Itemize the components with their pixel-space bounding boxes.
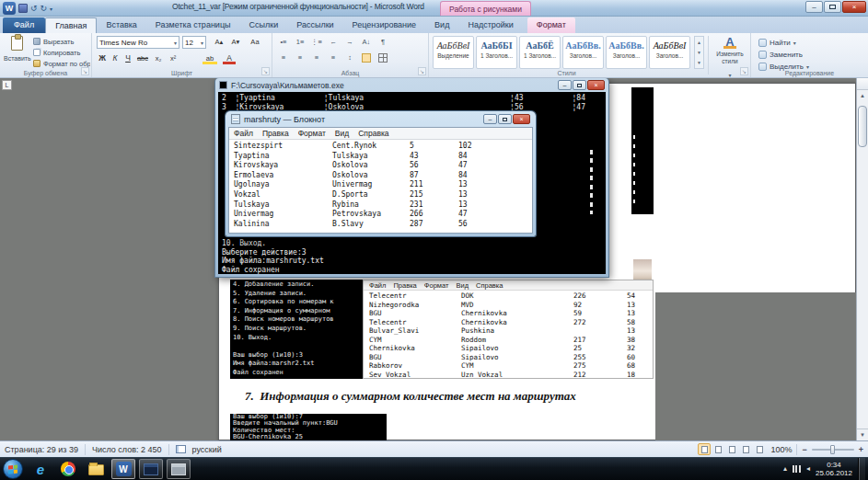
document-scrollbar[interactable]: ▲ ▼ xyxy=(856,78,868,440)
taskbar-clock[interactable]: 0:34 25.06.2012 xyxy=(816,461,852,477)
menu-item[interactable]: Файл xyxy=(229,129,258,138)
scroll-down-arrow[interactable]: ▼ xyxy=(857,429,868,440)
shading-button[interactable] xyxy=(359,51,374,63)
increase-indent-button[interactable]: → xyxy=(342,36,357,48)
ruler-toggle-button[interactable] xyxy=(857,78,868,90)
undo-icon[interactable]: ↺ xyxy=(30,2,38,15)
style-card[interactable]: АаБбВвІ Заголов... xyxy=(649,36,690,69)
proofing-icon[interactable] xyxy=(176,445,186,453)
cut-button[interactable]: Вырезать xyxy=(33,36,90,47)
menu-item[interactable]: Формат xyxy=(294,129,330,138)
shrink-font-button[interactable]: А▾ xyxy=(228,36,243,48)
show-desktop-button[interactable] xyxy=(858,458,865,480)
taskbar-console-app-icon[interactable] xyxy=(139,459,163,479)
tab-mailings[interactable]: Рассылки xyxy=(287,17,342,33)
maximize-button[interactable] xyxy=(824,1,841,13)
zoom-out-button[interactable]: − xyxy=(802,445,806,454)
taskbar-notepad-app-icon[interactable] xyxy=(167,459,191,479)
italic-button[interactable]: К xyxy=(110,52,121,64)
dialog-launcher-icon[interactable]: ↘ xyxy=(261,67,270,75)
word-title-bar[interactable]: W ↺ ↻ ▾ Otchet_11_var [Режим ограниченно… xyxy=(0,0,868,17)
console-title-bar[interactable]: F:\Cursovaya\Kильмаметов.exe – × xyxy=(215,78,608,92)
style-card[interactable]: АаБбВв. Заголов... xyxy=(562,36,604,69)
taskbar-word-icon[interactable]: W xyxy=(111,459,135,479)
style-card[interactable]: АаБбЁ 1 Заголов... xyxy=(519,36,561,69)
menu-item[interactable]: Справка xyxy=(353,129,393,138)
zoom-slider[interactable] xyxy=(812,449,854,451)
multilevel-list-button[interactable]: ⋮≡ xyxy=(309,36,324,48)
numbering-button[interactable]: 1≡ xyxy=(293,36,307,48)
taskbar-explorer-icon[interactable] xyxy=(84,459,108,479)
taskbar-ie-icon[interactable]: e xyxy=(29,459,52,479)
draft-view-button[interactable] xyxy=(753,443,766,455)
underline-button[interactable]: Ч xyxy=(122,52,133,64)
close-button[interactable]: × xyxy=(842,1,866,13)
print-layout-view-button[interactable] xyxy=(698,443,711,455)
qat-dropdown-icon[interactable]: ▾ xyxy=(50,6,52,12)
bullets-button[interactable]: •≡ xyxy=(276,36,291,48)
word-count[interactable]: Число слов: 2 450 xyxy=(92,445,162,454)
close-button[interactable]: × xyxy=(587,80,605,90)
tab-page-layout[interactable]: Разметка страницы xyxy=(146,17,240,33)
gallery-more-icon[interactable]: ▼ xyxy=(697,60,701,65)
tab-addins[interactable]: Надстройки xyxy=(458,17,522,33)
font-family-select[interactable]: Times New Ro ▾ xyxy=(97,36,179,49)
menu-item[interactable]: Правка xyxy=(258,129,294,138)
network-icon[interactable] xyxy=(793,465,801,473)
scroll-up-arrow[interactable]: ▲ xyxy=(857,90,868,102)
minimize-button[interactable]: – xyxy=(805,1,823,13)
style-gallery-scroll[interactable]: ▲ ▼ ▼ xyxy=(694,36,704,69)
bold-button[interactable]: Ж xyxy=(97,52,108,64)
taskbar-chrome-icon[interactable] xyxy=(56,459,80,479)
menu-item[interactable]: Вид xyxy=(330,129,353,138)
sort-button[interactable]: А↓ xyxy=(359,36,374,48)
dialog-launcher-icon[interactable]: ↘ xyxy=(418,67,426,75)
borders-button[interactable] xyxy=(376,51,390,63)
outline-view-button[interactable] xyxy=(739,443,752,455)
notepad-title-bar[interactable]: marshruty — Блокнот – × xyxy=(226,111,536,127)
notepad-text-area[interactable]: SintezspirtCent.Rynok5102TyaptinaTulskay… xyxy=(229,140,532,233)
copy-button[interactable]: Копировать xyxy=(33,47,90,58)
tab-review[interactable]: Рецензирование xyxy=(343,17,426,33)
align-right-button[interactable]: ≡ xyxy=(309,51,324,63)
gallery-up-icon[interactable]: ▲ xyxy=(697,40,701,45)
replace-button[interactable]: Заменить xyxy=(758,50,803,60)
save-icon[interactable] xyxy=(18,4,28,13)
font-color-button[interactable]: А xyxy=(223,52,236,64)
tab-file[interactable]: Файл xyxy=(3,17,45,33)
zoom-slider-thumb[interactable] xyxy=(830,445,835,454)
web-layout-view-button[interactable] xyxy=(725,443,738,455)
align-left-button[interactable]: ≡ xyxy=(276,51,291,63)
justify-button[interactable]: ≡ xyxy=(326,51,341,63)
minimize-button[interactable]: – xyxy=(483,114,497,124)
style-card[interactable]: АаБбБІ 1 Заголов... xyxy=(476,36,517,69)
tab-format[interactable]: Формат xyxy=(527,17,575,33)
line-spacing-button[interactable]: ↕ xyxy=(342,51,357,63)
tab-stop-selector[interactable]: L xyxy=(2,80,12,90)
tab-insert[interactable]: Вставка xyxy=(97,17,145,33)
page-indicator[interactable]: Страница: 29 из 39 xyxy=(5,445,78,454)
grow-font-button[interactable]: А▴ xyxy=(212,36,226,48)
dialog-launcher-icon[interactable]: ↘ xyxy=(740,67,748,75)
maximize-button[interactable] xyxy=(498,114,512,124)
show-paragraph-marks-button[interactable]: ¶ xyxy=(376,36,390,48)
strikethrough-button[interactable]: abc xyxy=(135,52,150,64)
zoom-in-button[interactable]: + xyxy=(859,445,863,454)
superscript-button[interactable]: x² xyxy=(167,52,179,64)
close-button[interactable]: × xyxy=(513,114,530,124)
dialog-launcher-icon[interactable]: ↘ xyxy=(81,67,89,75)
minimize-button[interactable]: – xyxy=(558,80,572,90)
volume-icon[interactable]: ◂ xyxy=(806,464,810,474)
find-button[interactable]: Найти ▾ xyxy=(758,38,796,48)
word-logo-icon[interactable]: W xyxy=(3,2,16,15)
style-card[interactable]: АаБбВвІ Выделение xyxy=(433,36,474,69)
zoom-level[interactable]: 100% xyxy=(770,445,792,454)
align-center-button[interactable]: ≡ xyxy=(293,51,307,63)
language-indicator[interactable]: русский xyxy=(192,445,222,454)
paste-button[interactable]: Вставить xyxy=(3,35,30,69)
fullscreen-view-button[interactable] xyxy=(712,443,724,455)
tab-references[interactable]: Ссылки xyxy=(240,17,288,33)
font-size-select[interactable]: 12 ▾ xyxy=(182,36,206,49)
tab-view[interactable]: Вид xyxy=(425,17,458,33)
maximize-button[interactable] xyxy=(573,80,586,90)
